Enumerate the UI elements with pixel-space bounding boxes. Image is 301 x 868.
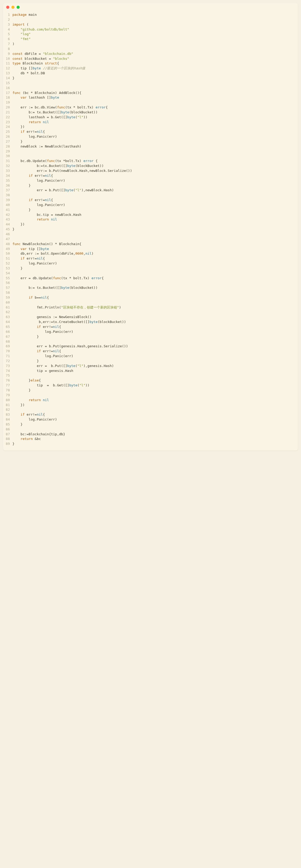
code-content: newBlock := NewBlock(lasthash) — [12, 144, 298, 149]
code-line: 47 — [3, 237, 298, 242]
code-line: 3import ( — [3, 22, 298, 27]
line-number: 50 — [3, 251, 12, 256]
line-number: 4 — [3, 27, 12, 32]
code-line: 57 b:= tx.Bucket([]byte(blockBucket)) — [3, 285, 298, 290]
code-content: } — [12, 208, 298, 213]
line-number: 2 — [3, 17, 12, 22]
code-line: 59 if b==nil{ — [3, 295, 298, 300]
line-number: 29 — [3, 149, 12, 154]
code-content: b:=tx.Bucket([]byte(blockBucket)) — [12, 163, 298, 168]
code-content: package main — [12, 12, 298, 17]
code-content: }) — [12, 222, 298, 227]
line-number: 5 — [3, 32, 12, 37]
line-number: 59 — [3, 295, 12, 300]
code-line: 23 return nil — [3, 120, 298, 125]
code-line: 35 log.Panic(err) — [3, 178, 298, 183]
line-number: 78 — [3, 388, 12, 393]
code-line: 32 b:=tx.Bucket([]byte(blockBucket)) — [3, 163, 298, 168]
code-content: return &bc — [12, 437, 298, 441]
line-number: 87 — [3, 432, 12, 437]
code-content: } — [12, 441, 298, 446]
line-number: 15 — [3, 81, 12, 86]
line-number: 53 — [3, 266, 12, 271]
zoom-icon[interactable] — [17, 6, 20, 9]
code-line: 6 "fmt" — [3, 37, 298, 42]
code-line: 63 genesis := NewGensisBlock() — [3, 315, 298, 320]
code-content — [12, 310, 298, 315]
line-number: 60 — [3, 300, 12, 305]
code-content — [12, 154, 298, 159]
code-content — [12, 86, 298, 91]
code-line: 13 db * bolt.DB — [3, 71, 298, 76]
code-content: tip []byte //最近的一个区块的hash值 — [12, 66, 298, 71]
line-number: 21 — [3, 110, 12, 115]
code-line: 55 err = db.Update(func(tx * bolt.Tx) er… — [3, 276, 298, 281]
code-line: 85 } — [3, 422, 298, 427]
code-line: 38 — [3, 193, 298, 198]
code-line: 41 } — [3, 208, 298, 213]
minimize-icon[interactable] — [11, 6, 15, 9]
code-window: 1package main23import (4 "github.com/bol… — [3, 3, 298, 451]
line-number: 11 — [3, 61, 12, 66]
line-number: 12 — [3, 66, 12, 71]
line-number: 22 — [3, 115, 12, 120]
line-number: 75 — [3, 373, 12, 378]
code-line: 61 fmt.Println("区块链不存在，创建一个新的区块链") — [3, 305, 298, 310]
line-number: 56 — [3, 281, 12, 285]
code-content: log.Panic(err) — [12, 417, 298, 422]
code-line: 12 tip []byte //最近的一个区块的hash值 — [3, 66, 298, 71]
line-number: 3 — [3, 22, 12, 27]
code-content: const dbFile = "blockchain.db" — [12, 52, 298, 56]
code-content: if err!=nil{ — [12, 129, 298, 134]
code-content: }) — [12, 403, 298, 408]
line-number: 61 — [3, 305, 12, 310]
code-line: 11type Blockchain struct{ — [3, 61, 298, 66]
code-line: 25 if err!=nil{ — [3, 129, 298, 134]
code-line: 48func NewBlockchain() * Blockchain{ — [3, 242, 298, 247]
line-number: 55 — [3, 276, 12, 281]
code-content: "log" — [12, 32, 298, 37]
line-number: 76 — [3, 378, 12, 383]
line-number: 84 — [3, 417, 12, 422]
line-number: 80 — [3, 398, 12, 403]
line-number: 52 — [3, 261, 12, 266]
close-icon[interactable] — [6, 6, 9, 9]
code-content: bc.tip = newBlock.Hash — [12, 213, 298, 217]
code-line: 82 — [3, 407, 298, 412]
code-line: 88 return &bc — [3, 437, 298, 441]
code-line: 76 }else{ — [3, 378, 298, 383]
code-content: b,err:=tx.CreateBucket([]byte(blockBucke… — [12, 320, 298, 324]
line-number: 18 — [3, 95, 12, 100]
code-content: } — [12, 334, 298, 339]
code-line: 72 } — [3, 359, 298, 364]
code-content: fmt.Println("区块链不存在，创建一个新的区块链") — [12, 305, 298, 310]
code-content — [12, 81, 298, 86]
code-content: bc:=Blockchain{tip,db} — [12, 432, 298, 437]
line-number: 43 — [3, 217, 12, 222]
line-number: 33 — [3, 168, 12, 174]
code-line: 70 if err!=nil{ — [3, 349, 298, 354]
code-line: 15 — [3, 81, 298, 86]
line-number: 34 — [3, 174, 12, 178]
code-line: 26 log.Panic(err) — [3, 134, 298, 139]
code-content: }else{ — [12, 378, 298, 383]
code-line: 71 log.Panic(err) — [3, 354, 298, 359]
line-number: 38 — [3, 193, 12, 198]
code-line: 43 return nil — [3, 217, 298, 222]
line-number: 77 — [3, 383, 12, 388]
code-content — [12, 193, 298, 198]
line-number: 64 — [3, 320, 12, 324]
code-line: 22 lasthash = b.Get([]byte("l")) — [3, 115, 298, 120]
code-content — [12, 427, 298, 432]
line-number: 17 — [3, 91, 12, 95]
code-content — [12, 271, 298, 276]
line-number: 47 — [3, 237, 12, 242]
code-content: err = db.Update(func(tx * bolt.Tx) error… — [12, 276, 298, 281]
code-content: } — [12, 422, 298, 427]
line-number: 74 — [3, 369, 12, 373]
code-content: func NewBlockchain() * Blockchain{ — [12, 242, 298, 247]
code-content — [12, 237, 298, 242]
code-content: } — [12, 388, 298, 393]
line-number: 51 — [3, 256, 12, 261]
code-line: 79 — [3, 393, 298, 398]
